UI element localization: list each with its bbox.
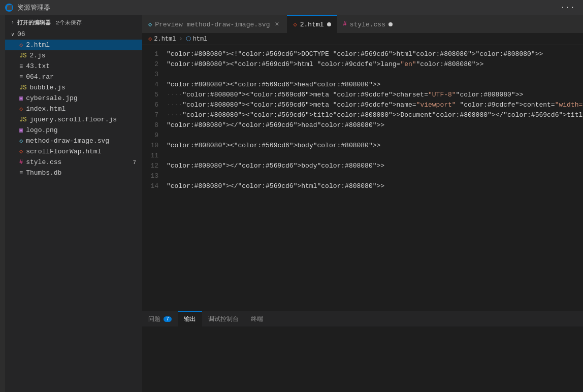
line-content-6[interactable]: ····"color:#808080"><"color:#569cd6">met… bbox=[167, 100, 583, 110]
file-item-methoddraw[interactable]: ◇method-draw-image.svg bbox=[5, 136, 142, 146]
code-line-6: 6····"color:#808080"><"color:#569cd6">me… bbox=[142, 100, 583, 110]
file-name-cybersalejpg: cybersale.jpg bbox=[26, 94, 77, 102]
line-content-4[interactable]: "color:#808080"><"color:#569cd6">head"co… bbox=[167, 80, 380, 90]
tab-2html[interactable]: ◇2.html bbox=[287, 15, 337, 33]
panel-tab-label-output: 输出 bbox=[184, 315, 196, 323]
panel-tab-terminal[interactable]: 终端 bbox=[245, 311, 269, 326]
html-file-icon: ◇ bbox=[19, 148, 23, 155]
folder-item-06[interactable]: ∨ 06 bbox=[5, 29, 142, 40]
tab-close-btn-preview[interactable]: × bbox=[273, 20, 281, 28]
code-line-8: 8"color:#808080"></"color:#569cd6">head"… bbox=[142, 120, 583, 130]
line-content-5[interactable]: ····"color:#808080"><"color:#569cd6">met… bbox=[167, 90, 523, 100]
more-options-icon[interactable]: ··· bbox=[557, 2, 578, 13]
tab-preview[interactable]: ◇Preview method-draw-image.svg× bbox=[142, 15, 287, 33]
png-file-icon: ▣ bbox=[19, 126, 23, 134]
file-badge-stylecss: 7 bbox=[133, 159, 136, 166]
panel-tab-problems[interactable]: 问题7 bbox=[142, 311, 178, 326]
line-number-5: 5 bbox=[142, 90, 167, 100]
code-line-3: 3 bbox=[142, 70, 583, 80]
svg-file-icon: ◇ bbox=[19, 137, 23, 145]
breadcrumb-tag: ⬡ html bbox=[186, 35, 208, 43]
open-editors-header[interactable]: › 打开的编辑器 2个未保存 bbox=[5, 17, 142, 28]
panel-content bbox=[142, 326, 583, 392]
tab-unsaved-dot-2html bbox=[327, 22, 331, 26]
main-layout: › 打开的编辑器 2个未保存 ∨ 06 ◇2.htmlJS2.js≡43.txt… bbox=[0, 15, 583, 392]
code-line-2: 2"color:#808080"><"color:#569cd6">html "… bbox=[142, 59, 583, 70]
tab-stylecss[interactable]: #style.css bbox=[337, 15, 399, 33]
tab-icon-preview: ◇ bbox=[148, 21, 152, 28]
line-content-13[interactable] bbox=[167, 171, 171, 181]
code-line-5: 5····"color:#808080"><"color:#569cd6">me… bbox=[142, 90, 583, 100]
rar-file-icon: ≡ bbox=[19, 74, 23, 81]
code-line-7: 7····"color:#808080"><"color:#569cd6">ti… bbox=[142, 110, 583, 120]
tab-label-2html: 2.html bbox=[300, 21, 324, 28]
tab-bar: ◇Preview method-draw-image.svg×◇2.html#s… bbox=[142, 15, 583, 33]
file-item-064rar[interactable]: ≡064.rar bbox=[5, 72, 142, 82]
code-line-9: 9 bbox=[142, 130, 583, 141]
breadcrumb-html-icon: ◇ bbox=[148, 35, 152, 43]
file-item-jqueryfloor[interactable]: JSjquery.scroll.floor.js bbox=[5, 114, 142, 125]
breadcrumb-tag-name: html bbox=[193, 36, 208, 43]
open-editors-label: 打开的编辑器 bbox=[17, 19, 51, 26]
file-item-logopng[interactable]: ▣logo.png bbox=[5, 125, 142, 136]
tab-label-preview: Preview method-draw-image.svg bbox=[155, 21, 270, 28]
panel-tab-output[interactable]: 输出 bbox=[178, 311, 202, 326]
title-bar: ⬛ 资源管理器 ··· bbox=[0, 0, 583, 15]
line-content-9[interactable] bbox=[167, 130, 171, 141]
file-name-064rar: 064.rar bbox=[26, 73, 54, 81]
line-number-13: 13 bbox=[142, 171, 167, 181]
breadcrumb-tag-icon: ⬡ bbox=[186, 35, 191, 43]
code-line-13: 13 bbox=[142, 171, 583, 181]
file-name-stylecss: style.css bbox=[26, 158, 61, 166]
line-content-1[interactable]: "color:#808080"><!"color:#569cd6">DOCTYP… bbox=[167, 49, 543, 59]
file-name-logopng: logo.png bbox=[26, 126, 57, 134]
line-number-9: 9 bbox=[142, 130, 167, 141]
txt-file-icon: ≡ bbox=[19, 63, 23, 70]
line-number-4: 4 bbox=[142, 80, 167, 90]
file-item-scrollfloor[interactable]: ◇scrollFloorWap.html bbox=[5, 146, 142, 157]
css-file-icon: # bbox=[19, 159, 23, 166]
breadcrumb-separator: › bbox=[179, 36, 182, 43]
file-item-indexhtml[interactable]: ◇index.html bbox=[5, 104, 142, 114]
line-content-3[interactable] bbox=[167, 70, 171, 80]
line-content-12[interactable]: "color:#808080"></"color:#569cd6">body"c… bbox=[167, 161, 384, 171]
file-item-43txt[interactable]: ≡43.txt bbox=[5, 61, 142, 72]
activity-bar bbox=[0, 15, 5, 392]
line-number-2: 2 bbox=[142, 59, 167, 70]
line-content-14[interactable]: "color:#808080"></"color:#569cd6">html"c… bbox=[167, 181, 384, 191]
file-name-43txt: 43.txt bbox=[26, 62, 50, 70]
js-file-icon: JS bbox=[19, 52, 26, 59]
file-name-methoddraw: method-draw-image.svg bbox=[26, 137, 109, 145]
line-content-11[interactable] bbox=[167, 151, 171, 161]
breadcrumb: ◇ 2.html › ⬡ html bbox=[142, 33, 583, 45]
js-file-icon: JS bbox=[19, 84, 26, 91]
file-item-thumbsdb[interactable]: ≡Thumbs.db bbox=[5, 168, 142, 178]
line-number-8: 8 bbox=[142, 120, 167, 130]
line-number-11: 11 bbox=[142, 151, 167, 161]
file-item-cybersalejpg[interactable]: ▣cybersale.jpg bbox=[5, 93, 142, 104]
jpg-file-icon: ▣ bbox=[19, 94, 23, 102]
folder-chevron-icon: ∨ bbox=[11, 31, 14, 38]
file-item-2html[interactable]: ◇2.html bbox=[5, 40, 142, 50]
line-content-10[interactable]: "color:#808080"><"color:#569cd6">body"co… bbox=[167, 141, 380, 151]
line-content-8[interactable]: "color:#808080"></"color:#569cd6">head"c… bbox=[167, 120, 384, 130]
panel-tab-debug[interactable]: 调试控制台 bbox=[202, 311, 245, 326]
code-line-12: 12"color:#808080"></"color:#569cd6">body… bbox=[142, 161, 583, 171]
file-name-scrollfloor: scrollFloorWap.html bbox=[26, 148, 101, 155]
code-line-4: 4"color:#808080"><"color:#569cd6">head"c… bbox=[142, 80, 583, 90]
tab-icon-stylecss: # bbox=[343, 21, 347, 28]
chevron-icon: › bbox=[11, 20, 14, 25]
line-content-2[interactable]: "color:#808080"><"color:#569cd6">html "c… bbox=[167, 59, 483, 70]
breadcrumb-file: ◇ 2.html bbox=[148, 35, 176, 43]
open-editors-section: › 打开的编辑器 2个未保存 bbox=[5, 15, 142, 29]
file-item-bubblejs[interactable]: JSbubble.js bbox=[5, 82, 142, 93]
file-item-2js[interactable]: JS2.js bbox=[5, 50, 142, 61]
file-item-stylecss[interactable]: #style.css7 bbox=[5, 157, 142, 168]
sidebar-title-text: 资源管理器 bbox=[17, 3, 50, 12]
line-content-7[interactable]: ····"color:#808080"><"color:#569cd6">tit… bbox=[167, 110, 583, 120]
bottom-panel: 问题7输出调试控制台终端 bbox=[142, 311, 583, 392]
code-editor[interactable]: 1"color:#808080"><!"color:#569cd6">DOCTY… bbox=[142, 45, 583, 311]
panel-tab-bar: 问题7输出调试控制台终端 bbox=[142, 311, 583, 326]
file-list: ◇2.htmlJS2.js≡43.txt≡064.rarJSbubble.js▣… bbox=[5, 40, 142, 392]
line-number-12: 12 bbox=[142, 161, 167, 171]
